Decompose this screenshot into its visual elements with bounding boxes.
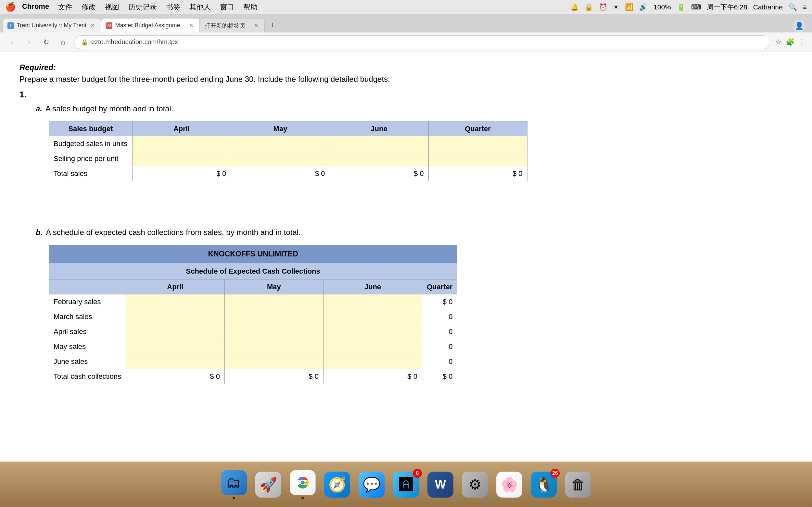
dock-item-trash[interactable]: 🗑 [563,470,593,499]
search-icon[interactable]: 🔍 [789,3,797,11]
dock-item-chrome[interactable] [288,470,317,499]
new-tab-button[interactable]: + [266,18,279,31]
price-quarter-input[interactable] [428,151,527,166]
forward-button[interactable]: › [23,36,35,48]
reload-button[interactable]: ↻ [40,36,52,48]
dock-item-messages[interactable]: 💬 [357,470,386,499]
table-row-total: Total sales $ 0 $ 0 $ 0 $ 0 [49,166,527,181]
feb-april-input[interactable] [126,294,224,309]
price-april-input[interactable] [132,151,231,166]
units-april-input[interactable] [132,136,231,151]
tab-close-master[interactable]: ✕ [188,22,195,29]
tab-favicon-trent: T [7,22,14,29]
username[interactable]: Catharine [753,3,783,11]
menu-history[interactable]: 历史记录 [128,2,157,12]
item-b-label: b. [36,227,43,238]
may-label: May sales [49,339,126,354]
menu-icon[interactable]: ⋮ [798,38,806,46]
profile-icon[interactable]: 👤 [793,19,806,33]
jun-label: June sales [49,354,126,369]
sales-budget-title: Sales budget [49,121,133,136]
sales-budget-container: Sales budget April May June Quarter Budg… [49,121,793,181]
apr-april-input[interactable] [126,324,224,339]
item-number: 1. [19,88,793,101]
dock-item-word[interactable]: W [426,470,455,499]
cash-col-april: April [126,279,224,294]
mar-april-input[interactable] [126,309,224,324]
tab-newtab[interactable]: 打开新的标签页 ✕ [200,18,265,33]
item-a-text: A sales budget by month and in total. [46,103,173,115]
prepare-text: Prepare a master budget for the three-mo… [19,73,793,85]
menu-bookmarks[interactable]: 书签 [166,2,180,12]
may-may-input[interactable] [224,339,323,354]
bookmark-icon[interactable]: ☆ [775,38,782,46]
menu-view[interactable]: 视图 [105,2,119,12]
menu-chrome[interactable]: Chrome [22,2,49,12]
apr-may-input[interactable] [224,324,323,339]
row-label-price: Selling price per unit [49,151,133,166]
total-quarter: $ 0 [428,166,527,181]
feb-quarter: $ 0 [422,294,457,309]
url-path: /hm.tpx [157,38,178,46]
units-may-input[interactable] [231,136,330,151]
dock-item-settings[interactable]: ⚙ [460,470,490,499]
back-button[interactable]: ‹ [6,36,18,48]
apr-june-input[interactable] [323,324,422,339]
feb-may-input[interactable] [224,294,323,309]
word-icon: W [427,471,453,498]
dock-item-safari[interactable]: 🧭 [322,470,352,499]
may-quarter: 0 [422,339,457,354]
menu-window[interactable]: 窗口 [220,2,234,12]
dock-item-finder[interactable]: 🗂 [219,470,249,499]
item-a: a. A sales budget by month and in total. [36,103,793,115]
may-april-input[interactable] [126,339,224,354]
sales-budget-table: Sales budget April May June Quarter Budg… [49,121,527,181]
cash-collections-table: KNOCKOFFS UNLIMITED Schedule of Expected… [49,245,457,384]
menu-people[interactable]: 其他人 [189,2,211,12]
mar-may-input[interactable] [224,309,323,324]
menu-file[interactable]: 文件 [58,2,72,12]
item-b: b. A schedule of expected cash collectio… [36,227,793,238]
tab-master[interactable]: M Master Budget Assignme... ✕ [101,18,199,33]
extension-icon[interactable]: 🧩 [786,38,795,46]
units-quarter-input[interactable] [428,136,527,151]
jun-june-input[interactable] [323,354,422,369]
jun-may-input[interactable] [224,354,323,369]
control-icon[interactable]: ≡ [803,3,807,11]
price-june-input[interactable] [330,151,428,166]
apr-quarter: 0 [422,324,457,339]
feb-june-input[interactable] [323,294,422,309]
tab-trent[interactable]: T Trent University :: My Trent ✕ [3,18,101,33]
keyboard-icon: ⌨ [691,3,701,11]
dock-item-appstore[interactable]: 🅰 8 [391,470,421,499]
cash-collections-container: KNOCKOFFS UNLIMITED Schedule of Expected… [49,245,793,384]
menu-edit[interactable]: 修改 [82,2,96,12]
apple-menu[interactable]: 🍎 [5,2,15,12]
tab-close-newtab[interactable]: ✕ [253,22,260,29]
finder-icon: 🗂 [221,470,247,495]
lock-icon: 🔒 [81,39,88,46]
table-row: April sales 0 [49,324,457,339]
mar-june-input[interactable] [323,309,422,324]
may-june-input[interactable] [323,339,422,354]
dock-item-launchpad[interactable]: 🚀 [254,470,283,499]
tab-close-trent[interactable]: ✕ [89,22,96,29]
jun-april-input[interactable] [126,354,224,369]
address-input[interactable]: 🔒 ezto.mheducation.com/hm.tpx [74,36,770,49]
url-domain: ezto.mheducation.com [91,38,157,46]
dock-item-qq[interactable]: 🐧 26 [529,470,558,499]
units-june-input[interactable] [330,136,428,151]
battery-icon: 🔋 [677,3,685,11]
price-may-input[interactable] [231,151,330,166]
svg-point-2 [301,481,305,485]
wifi-icon: 📶 [625,3,633,11]
total-cash-april: $ 0 [126,369,224,384]
qq-badge: 26 [551,469,560,478]
notification-icon[interactable]: 🔔 [570,3,579,11]
sales-col-april: April [132,121,231,136]
mar-quarter: 0 [422,309,457,324]
dock-item-photos[interactable]: 🌸 [495,470,524,499]
menu-help[interactable]: 帮助 [243,2,258,12]
home-button[interactable]: ⌂ [57,36,69,48]
col-header-row: April May June Quarter [49,279,457,294]
